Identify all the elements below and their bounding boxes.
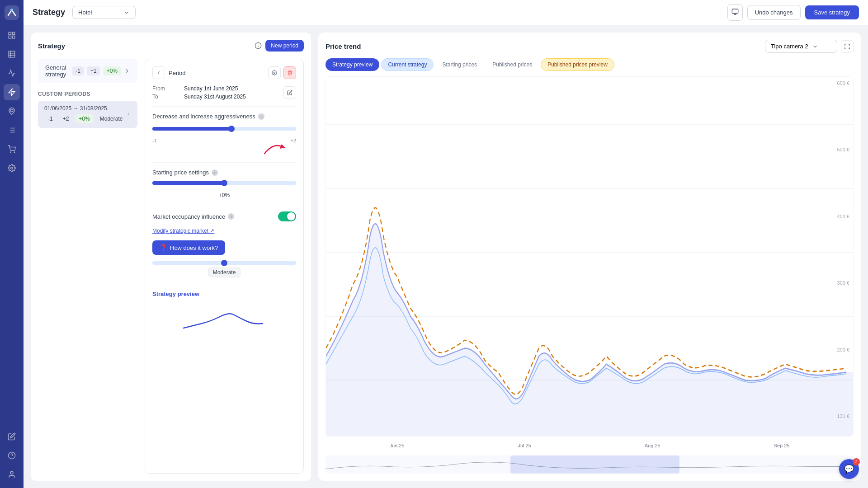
aggressiveness-section: Decrease and increase aggressiveness i -… (152, 113, 296, 156)
sidebar-item-analytics[interactable] (4, 65, 20, 81)
svg-point-19 (14, 152, 15, 153)
expand-button[interactable] (841, 40, 854, 53)
sidebar-item-shop[interactable] (4, 141, 20, 157)
y-label-131: 131 € (837, 413, 849, 419)
edit-period-button[interactable] (283, 86, 296, 99)
starting-price-value: +0% (152, 192, 296, 198)
tab-starting-prices[interactable]: Starting prices (435, 58, 484, 71)
arrow-icon (260, 138, 287, 156)
general-strategy-item[interactable]: General strategy -1 +1 +0% (38, 59, 137, 83)
svg-point-1 (10, 9, 13, 11)
aggressiveness-thumb[interactable] (228, 126, 235, 132)
monitor-icon-button[interactable] (727, 4, 743, 21)
how-it-works-button[interactable]: ❓ How does it work? (152, 240, 225, 255)
starting-price-thumb[interactable] (221, 180, 227, 186)
chevron-down-icon (123, 9, 130, 16)
aggressiveness-fill (152, 127, 231, 131)
info-icon[interactable] (255, 42, 262, 49)
gear-icon (272, 70, 277, 75)
help-chat-button[interactable]: 💬 2 (839, 459, 859, 479)
new-period-button[interactable]: New period (265, 40, 304, 52)
market-occupancy-row: Market occupancy influence i (152, 211, 296, 221)
y-label-500: 500 € (837, 147, 849, 152)
camera-select[interactable]: Tipo camera 2 (765, 40, 837, 53)
help-chat-icon: 💬 (844, 464, 854, 474)
aggressiveness-label-row: Decrease and increase aggressiveness i (152, 113, 296, 120)
tag-plus0: +0% (103, 66, 121, 75)
monitor-icon (731, 8, 739, 15)
camera-select-value: Tipo camera 2 (771, 43, 808, 50)
tag-minus1: -1 (72, 66, 84, 75)
svg-rect-5 (13, 36, 15, 38)
hotel-dropdown[interactable]: Hotel (72, 6, 136, 19)
sidebar-item-map[interactable] (4, 103, 20, 119)
sidebar-item-list[interactable] (4, 122, 20, 138)
starting-price-label: Starting price settings (152, 169, 209, 176)
undo-button[interactable]: Undo changes (747, 5, 801, 20)
tab-strategy-preview[interactable]: Strategy preview (326, 58, 379, 71)
x-label-aug: Aug 25 (645, 443, 660, 448)
strategy-preview-section: Strategy preview (152, 291, 296, 337)
starting-price-track (152, 181, 296, 185)
tab-starting-prices-label: Starting prices (442, 61, 477, 68)
tab-published-preview[interactable]: Published prices preview (541, 58, 614, 71)
price-trend-controls: Tipo camera 2 (765, 40, 854, 53)
config-header: Period (152, 66, 296, 79)
divider-2 (152, 106, 296, 107)
sidebar-item-edit[interactable] (4, 428, 20, 445)
aggressiveness-slider-container (152, 123, 296, 134)
mini-range-chart[interactable] (326, 455, 854, 474)
sidebar-item-table[interactable] (4, 46, 20, 62)
help-badge: 2 (853, 458, 860, 465)
moderate-section: Moderate (152, 261, 296, 277)
price-trend-panel: Price trend Tipo camera 2 Strategy previ… (318, 33, 861, 481)
to-row: To Sunday 31st August 2025 (152, 94, 246, 100)
svg-rect-24 (732, 9, 738, 13)
period-tag-3: +0% (75, 114, 93, 123)
arrow-annotation (152, 138, 287, 156)
sidebar-item-settings[interactable] (4, 160, 20, 176)
to-value: Sunday 31st August 2025 (184, 94, 246, 100)
modify-market-link[interactable]: Modify strategic market ↗ (152, 228, 296, 234)
sidebar-item-user[interactable] (4, 466, 20, 483)
main-area: Strategy Hotel Undo changes Save strateg… (24, 0, 868, 488)
chevron-right-icon-period (126, 111, 131, 117)
market-toggle[interactable] (278, 211, 296, 221)
delete-button[interactable] (283, 66, 296, 79)
topbar-actions: Undo changes Save strategy (727, 4, 859, 21)
svg-point-20 (11, 167, 13, 169)
save-button[interactable]: Save strategy (805, 5, 859, 19)
period-tags: -1 +2 +0% Moderate (44, 114, 126, 123)
aggressiveness-info-icon[interactable]: i (258, 113, 264, 120)
tab-current-strategy[interactable]: Current strategy (381, 58, 434, 71)
moderate-thumb[interactable] (221, 260, 227, 266)
moderate-track (152, 261, 296, 265)
period-item[interactable]: 01/06/2025 → 31/08/2025 -1 +2 +0% Modera… (38, 101, 137, 128)
page-title: Strategy (33, 8, 65, 17)
back-button[interactable] (152, 66, 165, 79)
period-tag-moderate: Moderate (96, 114, 127, 123)
x-label-sep: Sep 25 (774, 443, 790, 448)
divider-5 (152, 284, 296, 284)
settings-icon-btn[interactable] (268, 66, 281, 79)
sidebar-bottom (4, 428, 20, 483)
sidebar-item-help[interactable] (4, 447, 20, 464)
svg-rect-4 (9, 36, 11, 38)
market-info-icon[interactable]: i (228, 213, 234, 220)
slider-max-label: +2 (290, 138, 296, 143)
sidebar-item-dashboard[interactable] (4, 27, 20, 43)
tab-published-prices[interactable]: Published prices (486, 58, 539, 71)
from-row: From Sunday 1st June 2025 (152, 85, 246, 92)
sidebar-item-strategy[interactable] (4, 84, 20, 100)
periods-list: General strategy -1 +1 +0% Custom period… (38, 59, 137, 474)
topbar: Strategy Hotel Undo changes Save strateg… (24, 0, 868, 25)
trash-icon (287, 70, 292, 75)
market-influence-label: Market occupancy influence (152, 213, 225, 220)
period-tag-2: +2 (59, 114, 73, 123)
how-btn-icon: ❓ (160, 244, 167, 251)
market-label-group: Market occupancy influence i (152, 213, 234, 220)
chart-y-labels: 600 € 500 € 400 € 300 € 200 € 131 € (837, 77, 849, 422)
starting-price-info-icon[interactable]: i (212, 169, 218, 176)
svg-rect-0 (5, 5, 19, 20)
starting-price-section: Starting price settings i +0% (152, 169, 296, 198)
